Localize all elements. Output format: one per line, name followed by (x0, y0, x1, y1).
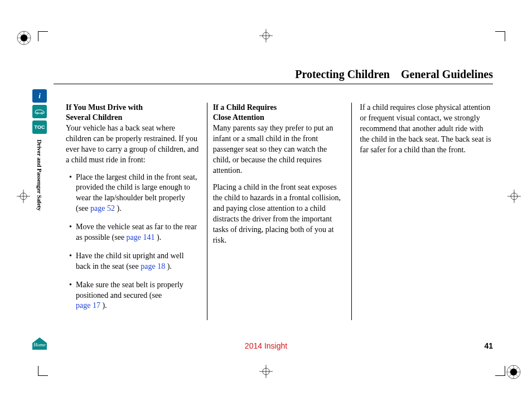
page-link-17[interactable]: page 17 (76, 301, 100, 310)
registration-radial-icon (17, 31, 31, 45)
crop-mark (495, 31, 505, 41)
col2-p2: Placing a child in the front seat expose… (213, 182, 346, 245)
bullet-item: Have the child sit upright and well back… (66, 251, 199, 272)
column-1: If You Must Drive withSeveral Children Y… (66, 103, 207, 320)
bullet-item: Make sure the seat belt is properly posi… (66, 280, 199, 312)
bullet-item: Place the largest child in the front sea… (66, 172, 199, 215)
page-number: 41 (484, 341, 493, 350)
registration-cross-icon (17, 190, 30, 203)
crop-mark (38, 31, 48, 41)
col2-heading: If a Child RequiresClose Attention (213, 103, 346, 122)
crop-mark (38, 366, 48, 376)
title-part-right: General Guidelines (401, 68, 493, 80)
column-3: If a child requires close physical atten… (352, 103, 493, 320)
bullet-item: Move the vehicle seat as far to the rear… (66, 222, 199, 243)
col2-p1: Many parents say they prefer to put an i… (213, 123, 346, 176)
registration-cross-icon (259, 29, 273, 42)
registration-radial-icon (506, 365, 521, 379)
column-2: If a Child RequiresClose Attention Many … (207, 103, 352, 320)
crop-mark (495, 366, 505, 376)
car-icon (34, 108, 45, 115)
info-badge[interactable]: i (32, 89, 47, 103)
section-label: Driver and Passenger Safety (36, 139, 43, 211)
title-rule (54, 84, 493, 84)
page-link-141[interactable]: page 141 (127, 233, 155, 242)
col1-intro: Your vehicle has a back seat where child… (66, 123, 199, 166)
page-link-18[interactable]: page 18 (141, 262, 165, 271)
svg-point-25 (41, 113, 43, 114)
page-title: Protecting Children General Guidelines (295, 68, 493, 81)
side-nav: i TOC Driver and Passenger Safety (31, 89, 48, 211)
content-area: If You Must Drive withSeveral Children Y… (66, 103, 493, 320)
page-link-52[interactable]: page 52 (90, 204, 115, 213)
svg-point-24 (37, 113, 38, 114)
col1-heading: If You Must Drive withSeveral Children (66, 103, 199, 122)
title-part-left: Protecting Children (295, 68, 390, 80)
registration-cross-icon (259, 365, 273, 378)
col3-p1: If a child requires close physical atten… (360, 103, 493, 155)
car-badge[interactable] (32, 105, 47, 118)
footer-model: 2014 Insight (0, 341, 532, 350)
registration-cross-icon (507, 190, 521, 203)
toc-badge[interactable]: TOC (32, 120, 47, 134)
